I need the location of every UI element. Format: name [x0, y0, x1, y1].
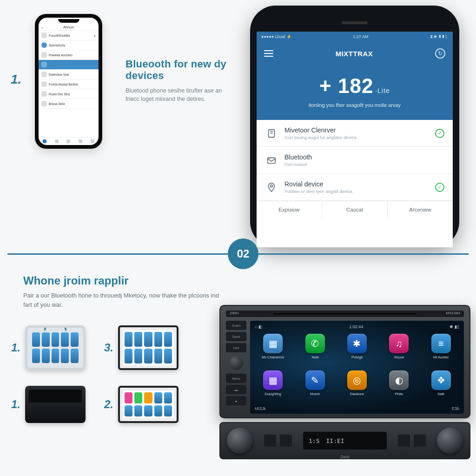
tab-icon[interactable]	[51, 138, 63, 145]
app-launcher[interactable]: ✎Momir	[297, 370, 333, 403]
hw-button[interactable]	[413, 434, 426, 447]
list-item[interactable]: Briosa Stine	[39, 99, 99, 109]
screen-topbar: ⌂ ◧ 1:02:44 ✱ ▮▯	[255, 324, 459, 329]
small-phone-screen: Ahnon Fovurit/Dnokitte● Sprenertohy Rswe…	[39, 18, 99, 145]
hw-button[interactable]	[397, 434, 410, 447]
list-item[interactable]	[39, 60, 99, 70]
app-label: Shoue	[394, 355, 404, 359]
thumb-cell: 1.	[11, 320, 86, 376]
app-launcher[interactable]: ◎Daraloce	[339, 370, 375, 403]
menu-icon[interactable]	[264, 50, 273, 57]
app-launcher[interactable]: ✱Pvtsigit	[339, 334, 375, 366]
action-button[interactable]: Arceniew	[388, 201, 453, 218]
screen-botbar: MI3Jk E3b	[255, 406, 459, 411]
side-button[interactable]: Menu	[226, 374, 246, 383]
small-phone-mockup: Ahnon Fovurit/Dnokitte● Sprenertohy Rswe…	[35, 14, 102, 149]
lcd-value: II:EI	[326, 437, 344, 444]
equalizer-icon: ≡	[431, 334, 451, 353]
thumbnail-grid: 1. 3. 1. 2.	[11, 320, 178, 428]
button-row: Expisiow Caocal Arceniew	[257, 201, 453, 218]
thumb-number: 3.	[104, 341, 113, 354]
thumb-cell: 1.	[11, 381, 86, 428]
list-item[interactable]: BluetoothFort mosod	[257, 147, 453, 174]
app-launcher[interactable]: ✆Tealt	[297, 334, 333, 366]
action-button[interactable]: Caocal	[322, 201, 388, 218]
app-launcher[interactable]: ❖Safir	[423, 370, 459, 403]
thumb-cell: 3.	[104, 320, 178, 376]
wrench-icon: ✎	[305, 370, 325, 390]
list-item[interactable]: Mivetoor ClenrverCorr tisving augol for …	[257, 120, 453, 147]
list-item[interactable]: Rovial devicePoittlws or dem tyen angsti…	[257, 174, 453, 201]
notch	[39, 18, 99, 24]
step-1-body: Bluetood phone sesihe tirufter ase an fr…	[126, 86, 232, 103]
refresh-icon[interactable]: ↻	[435, 48, 445, 59]
volume-knob[interactable]	[227, 428, 253, 454]
list-item[interactable]: Ruset Des Sing	[39, 89, 99, 99]
app-launcher[interactable]: ◐Phite	[381, 370, 417, 403]
slot-label-right: M93J8M	[446, 311, 460, 315]
app-launcher[interactable]: ▦Mv Chamercis	[255, 334, 291, 366]
app-launcher[interactable]: ▦Dusighting	[255, 370, 291, 403]
hw-button[interactable]	[264, 434, 277, 447]
list-item[interactable]: Fovurit/Dnokitte●	[39, 31, 99, 40]
check-icon: ✓	[435, 129, 444, 138]
section-2-body: Pair a our Bluetooth hone to throuedj Mk…	[23, 291, 228, 309]
hw-button[interactable]	[279, 434, 292, 447]
app-label: Safir	[437, 392, 444, 396]
tab-icon[interactable]	[39, 138, 51, 145]
list-item[interactable]: Rsweaiy aoccano	[39, 50, 99, 60]
side-button[interactable]: ▬	[226, 385, 246, 394]
tab-icon[interactable]	[86, 138, 99, 145]
laptop-thumb	[118, 386, 178, 423]
botbar-left: MI3Jk	[255, 406, 266, 411]
tablet-thumb	[25, 325, 86, 370]
screen-status-icons: ✱ ▮▯	[450, 324, 459, 329]
wifi-arc-icon	[44, 325, 66, 331]
hero-panel: + 182·Lite itoniing you fher ssagollt yo…	[257, 65, 453, 120]
grid-icon: ▦	[263, 370, 283, 390]
large-phone-mockup: ●●●●● GIoal ⚡ 1:27 AM ⧗ ✱ ▮▮▯ MIXTTRAX ↻…	[250, 6, 459, 247]
mail-icon	[265, 154, 278, 167]
section-2-heading: Whone jroim rapplir	[23, 274, 228, 287]
hero-number: + 182·Lite	[262, 74, 447, 98]
brand-label: Zxrix	[340, 455, 350, 459]
svg-rect-3	[268, 158, 276, 163]
home-icon[interactable]: ⌂ ◧	[255, 324, 263, 329]
botbar-right: E3b	[452, 406, 459, 411]
pin-icon	[265, 181, 278, 194]
list-item[interactable]: Dstendive Vuel	[39, 70, 99, 79]
screen-clock: 1:02:44	[349, 324, 363, 329]
thumb-number: 2.	[104, 398, 113, 411]
radio-thumb	[25, 386, 86, 423]
small-phone-header: Ahnon	[39, 24, 99, 31]
small-phone-list: Fovurit/Dnokitte● Sprenertohy Rsweaiy ao…	[39, 31, 99, 137]
tune-knob[interactable]	[437, 428, 463, 454]
list-item[interactable]: Fodick-Musigt Berling	[39, 79, 99, 89]
tab-icon[interactable]	[63, 138, 75, 145]
app-launcher[interactable]: ≡Mt Aunlier	[423, 334, 459, 366]
action-button[interactable]: Expisiow	[257, 201, 322, 218]
tab-icon[interactable]	[74, 138, 86, 145]
small-phone-tabbar	[39, 137, 99, 145]
calendar-icon: ▦	[263, 334, 283, 353]
list-item[interactable]: Sprenertohy	[39, 40, 99, 50]
side-button[interactable]: Soard	[226, 321, 246, 330]
status-bar: ●●●●● GIoal ⚡ 1:27 AM ⧗ ✱ ▮▮▯	[257, 32, 453, 42]
speaker-slot	[342, 21, 368, 24]
section-2-block: Whone jroim rapplir Pair a our Bluetooth…	[23, 274, 228, 309]
step-1-heading: Blueooth for new dy devices	[126, 58, 232, 82]
app-label: Mv Chamercis	[262, 355, 284, 359]
step-1-block: Blueooth for new dy devices Bluetood pho…	[126, 58, 232, 103]
app-launcher[interactable]: ♫Shoue	[381, 334, 417, 366]
runner-icon: ❖	[431, 370, 451, 390]
app-grid: ▦Mv Chamercis✆Tealt✱Pvtsigit♫Shoue≡Mt Au…	[255, 334, 459, 403]
side-button[interactable]: Hurt	[226, 343, 246, 352]
side-button-column: Soard Stank Hurt Menu ▬ ▲	[226, 321, 246, 414]
music-icon: ♫	[389, 334, 409, 353]
side-button[interactable]: Stank	[226, 332, 246, 341]
side-button[interactable]: ▲	[226, 396, 246, 405]
app-label: Phite	[395, 392, 403, 396]
head-unit-screen: ⌂ ◧ 1:02:44 ✱ ▮▯ ▦Mv Chamercis✆Tealt✱Pvt…	[250, 321, 464, 414]
thumb-number: 1.	[11, 341, 20, 354]
small-knob[interactable]	[229, 356, 243, 370]
